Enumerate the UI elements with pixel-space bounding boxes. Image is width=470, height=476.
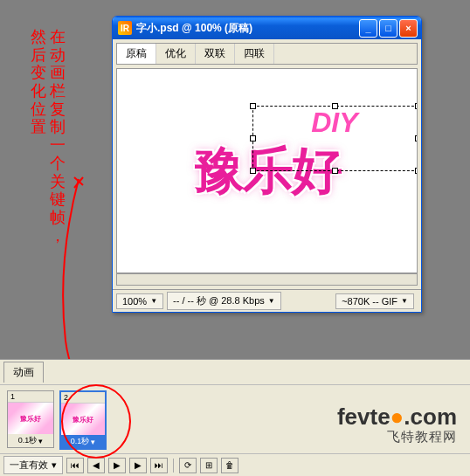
frame-number: 2 (61, 392, 105, 404)
canvas[interactable]: DIY 豫乐好 (116, 68, 418, 273)
frame-delay-dropdown[interactable]: 0.1秒▾ (61, 435, 105, 448)
watermark-url: fevte●.com (337, 404, 457, 431)
chevron-down-icon: ▼ (268, 297, 275, 305)
animation-controls: 一直有效 ▾ ⏮ ◀ ▶ ▶ ⏭ ⟳ ⊞ 🗑 (0, 453, 470, 476)
loop-dropdown[interactable]: 一直有效 ▾ (3, 456, 63, 474)
chevron-down-icon: ▾ (52, 459, 57, 471)
doc-tab-4up[interactable]: 四联 (235, 44, 274, 64)
prev-frame-button[interactable]: ◀ (87, 458, 105, 473)
annotation-text: 然后变化位置 在动画栏复制一个关键帧， (31, 28, 66, 245)
delete-frame-button[interactable]: 🗑 (221, 458, 238, 473)
new-frame-button[interactable]: ⊞ (200, 458, 218, 473)
frame-thumbnail: 豫乐好 (8, 403, 53, 434)
annotation-col-1: 然后变化位置 (31, 28, 46, 245)
last-frame-button[interactable]: ⏭ (150, 458, 168, 473)
doc-tab-optimize[interactable]: 优化 (156, 44, 196, 64)
resize-handle-tl[interactable] (250, 103, 256, 109)
doc-tabs-container: 原稿 优化 双联 四联 (113, 39, 421, 68)
h-scrollbar[interactable] (116, 273, 418, 286)
window-title: 字小.psd @ 100% (原稿) (136, 21, 359, 36)
filesize-value: ~870K -- GIF (342, 296, 397, 307)
resize-handle-tr[interactable] (415, 103, 418, 109)
frame-2[interactable]: 2 豫乐好 0.1秒▾ (59, 390, 107, 450)
tween-button[interactable]: ⟳ (179, 458, 197, 473)
first-frame-button[interactable]: ⏮ (66, 458, 84, 473)
frame-delay-dropdown[interactable]: 0.1秒▾ (8, 434, 53, 447)
frame-number: 1 (8, 391, 53, 403)
resize-handle-bl[interactable] (250, 168, 256, 174)
tab-spacer (274, 44, 417, 64)
status-bar: 100% ▼ -- / -- 秒 @ 28.8 Kbps ▼ ~870K -- … (113, 289, 421, 312)
separator (173, 459, 174, 473)
resize-handle-br[interactable] (415, 168, 418, 174)
play-button[interactable]: ▶ (108, 458, 126, 473)
animation-tab[interactable]: 动画 (3, 362, 44, 383)
close-button[interactable]: × (399, 19, 418, 38)
resize-handle-ml[interactable] (250, 135, 256, 141)
zoom-value: 100% (122, 296, 147, 307)
watermark-subtitle: 飞特教程网 (337, 429, 457, 445)
frame-thumbnail: 豫乐好 (61, 404, 105, 435)
animation-header: 动画 (0, 360, 470, 385)
filesize-dropdown[interactable]: ~870K -- GIF ▼ (335, 293, 414, 309)
zoom-dropdown[interactable]: 100% ▼ (116, 293, 163, 309)
maximize-button[interactable]: □ (379, 19, 397, 38)
app-icon: IR (118, 21, 132, 35)
next-frame-button[interactable]: ▶ (129, 458, 147, 473)
timing-value: -- / -- 秒 @ 28.8 Kbps (173, 294, 265, 307)
selection-marquee[interactable] (252, 106, 418, 171)
document-window: IR 字小.psd @ 100% (原稿) _ □ × 原稿 优化 双联 四联 … (112, 16, 422, 313)
chevron-down-icon: ▼ (401, 297, 408, 305)
minimize-button[interactable]: _ (359, 19, 377, 38)
chevron-down-icon: ▾ (91, 438, 95, 446)
frame-1[interactable]: 1 豫乐好 0.1秒▾ (7, 390, 54, 448)
annotation-col-2: 在动画栏复制一个关键帧， (50, 28, 66, 245)
chevron-down-icon: ▾ (38, 437, 43, 445)
doc-tab-2up[interactable]: 双联 (196, 44, 235, 64)
resize-handle-mr[interactable] (415, 135, 418, 141)
chevron-down-icon: ▼ (150, 297, 157, 305)
watermark: fevte●.com 飞特教程网 (337, 404, 457, 445)
resize-handle-bm[interactable] (332, 168, 338, 174)
resize-handle-tm[interactable] (332, 103, 338, 109)
timing-dropdown[interactable]: -- / -- 秒 @ 28.8 Kbps ▼ (167, 292, 281, 310)
titlebar[interactable]: IR 字小.psd @ 100% (原稿) _ □ × (113, 17, 421, 39)
doc-tab-original[interactable]: 原稿 (117, 44, 156, 64)
